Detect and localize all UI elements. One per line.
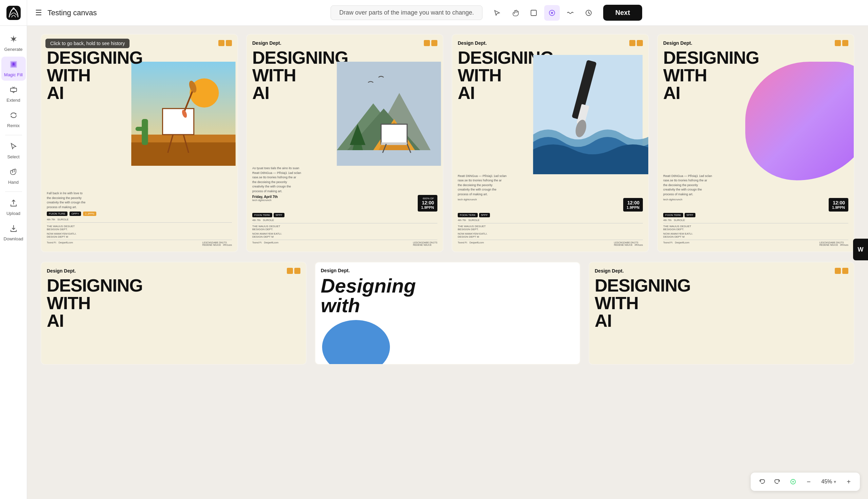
poster-3-brand: Design Dept. [458, 40, 487, 46]
poster-4-icon-2 [842, 40, 848, 46]
sidebar-item-remix[interactable]: Remix [1, 108, 26, 132]
poster-6-brand: Design Dept. [321, 268, 350, 273]
poster-6-header: Design Dept. [321, 268, 574, 273]
poster-3-header: Design Dept. [458, 40, 643, 46]
undo-button[interactable] [756, 476, 768, 487]
poster-4-icons [835, 40, 848, 46]
redo-button[interactable] [772, 476, 783, 487]
svg-marker-10 [11, 143, 16, 149]
poster-icon-1 [218, 40, 224, 46]
sidebar-item-extend[interactable]: Extend [1, 82, 26, 106]
sidebar-generate-label: Generate [4, 47, 22, 52]
app-logo [7, 6, 21, 20]
poster-2: Design Dept. DESIGNINGWITHAI [247, 35, 443, 252]
poster-7-header: Design Dept. [595, 268, 848, 274]
poster-4-event: tech dghicrunch 12:00 1.9PPN [663, 198, 848, 211]
sidebar-item-generate[interactable]: Generate [1, 31, 26, 55]
card-4[interactable]: Design Dept. DESIGNINGWITHAI ReatI D6NGu… [657, 34, 854, 252]
sidebar-item-select[interactable]: Select [1, 139, 26, 163]
history-tool-btn[interactable] [581, 5, 596, 21]
blue-circle [322, 320, 390, 364]
card-6[interactable]: Design Dept. Designingwith [315, 262, 580, 365]
topbar-menu-area: ☰ Testing canvas [27, 9, 105, 17]
ai-enhance-button[interactable] [787, 476, 799, 487]
poster-1-bottom: Toond Fi: DesjanflLcom LESCM1DABE DN1TSR… [47, 240, 232, 246]
poster-7-title: DESIGNINGWITHAI [595, 277, 848, 358]
sidebar-select-label: Select [7, 154, 19, 159]
poster-1-icons [218, 40, 232, 46]
poster-icon-2 [226, 40, 232, 46]
poster-4-footer: ReatI D6NGua — Pf/oiaj1 1ad sclanrase.se… [663, 113, 848, 246]
next-button[interactable]: Next [603, 5, 642, 21]
select-icon [9, 142, 18, 153]
poster-2-icon-2 [431, 40, 437, 46]
svg-rect-9 [11, 88, 16, 92]
forest-illustration [335, 62, 443, 166]
poster-7-brand: Design Dept. [595, 268, 624, 273]
poster-3-desc: ReatI D6NGua — Pf/oiaj1 1ad sclanrase.se… [458, 174, 643, 197]
poster-1: DESIGNINGWITHAI [41, 35, 237, 252]
sidebar-divider-2 [5, 192, 22, 192]
poster-4-icon-1 [835, 40, 841, 46]
sidebar-extend-label: Extend [7, 98, 20, 103]
upload-icon [9, 199, 18, 209]
hand-tool-btn[interactable] [508, 5, 523, 21]
sidebar-item-hand[interactable]: Hand [1, 164, 26, 188]
poster-3-icon-1 [629, 40, 635, 46]
card-7[interactable]: Design Dept. DESIGNINGWITHAI [589, 262, 854, 365]
zoom-in-button[interactable]: + [843, 476, 854, 487]
poster-3-icon-2 [637, 40, 643, 46]
sidebar-item-magic-fill[interactable]: Magic Fill [1, 57, 26, 81]
zoom-controls: − 45% ▾ + [751, 473, 860, 491]
poster-5-icons [287, 268, 301, 274]
cards-grid-top: Click to go back, hold to see history DE… [41, 34, 854, 252]
card-3[interactable]: Design Dept. DESIGNINGWITHAI [452, 34, 649, 252]
wave-tool-btn[interactable] [563, 5, 578, 21]
poster-3: Design Dept. DESIGNINGWITHAI [452, 35, 648, 252]
poster-4-brand: Design Dept. [663, 40, 692, 46]
poster-3-event: tech dghicrunch 12:00 1.9PPN [458, 198, 643, 211]
sidebar-item-upload[interactable]: Upload [1, 195, 26, 219]
poster-4: Design Dept. DESIGNINGWITHAI ReatI D6NGu… [658, 35, 854, 252]
svg-point-5 [551, 12, 553, 14]
poster-2-icons [424, 40, 437, 46]
zoom-out-button[interactable]: − [803, 476, 815, 487]
hamburger-icon[interactable]: ☰ [35, 9, 42, 17]
topbar: ☰ Testing canvas Draw over parts of the … [0, 0, 868, 26]
card-2[interactable]: Design Dept. DESIGNINGWITHAI [246, 34, 443, 252]
topbar-center: Draw over parts of the image you want to… [105, 5, 868, 21]
svg-rect-31 [381, 142, 407, 145]
canvas-title: Testing canvas [48, 9, 97, 17]
poster-1-desc: Fall back in lre with love tothe decoiei… [47, 191, 232, 209]
poster-5: Design Dept. DESIGNINGWITHAI [41, 263, 306, 364]
poster-5-title: DESIGNINGWITHAI [47, 277, 301, 358]
svg-rect-14 [131, 142, 235, 166]
undo-icon [758, 478, 765, 485]
poster-6: Design Dept. Designingwith [315, 263, 580, 364]
poster-7-icon-2 [842, 268, 848, 274]
arrow-tool-btn[interactable] [489, 5, 505, 21]
brush-tool-btn[interactable] [544, 5, 560, 21]
sidebar-download-label: Download [4, 236, 23, 241]
svg-point-1 [13, 8, 15, 10]
poster-1-tags2: 4th 7th SUROLE [47, 218, 232, 221]
poster-2-brand: Design Dept. [252, 40, 281, 46]
poster-6-title: Designingwith [321, 276, 574, 315]
svg-rect-3 [531, 10, 536, 16]
ai-enhance-icon [790, 478, 796, 485]
card-5[interactable]: Design Dept. DESIGNINGWITHAI [41, 262, 306, 365]
card-1[interactable]: Click to go back, hold to see history DE… [41, 34, 238, 252]
zoom-dropdown-btn[interactable]: ▾ [834, 479, 836, 484]
sidebar-remix-label: Remix [7, 123, 20, 128]
svg-rect-30 [381, 124, 407, 144]
hand-tool-icon [512, 9, 519, 16]
rect-tool-btn[interactable] [526, 5, 541, 21]
w-panel-button[interactable]: W [853, 239, 868, 260]
history-tool-icon [585, 9, 592, 16]
sidebar-magic-fill-label: Magic Fill [4, 72, 23, 77]
poster-5-header: Design Dept. [47, 268, 301, 274]
instruction-text: Draw over parts of the image you want to… [331, 5, 482, 20]
sidebar-item-download[interactable]: Download [1, 221, 26, 245]
arrow-tool-icon [493, 9, 501, 16]
poster-4-tags: FOON TERK 5PPF [663, 213, 848, 217]
